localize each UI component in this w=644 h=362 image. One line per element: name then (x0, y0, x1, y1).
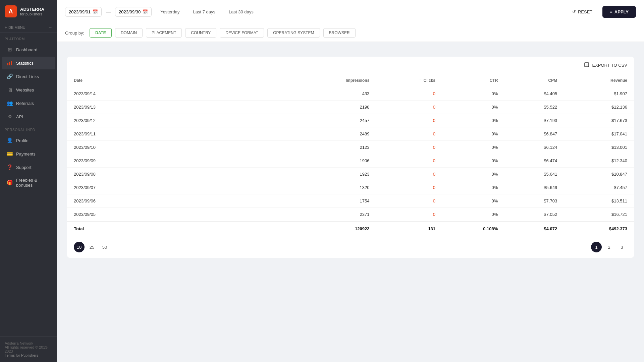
sidebar-item-direct-links[interactable]: 🔗 Direct Links (2, 70, 55, 83)
svg-rect-0 (7, 63, 8, 65)
sidebar-item-profile[interactable]: 👤 Profile (2, 134, 55, 147)
cell-ctr: 0% (442, 101, 504, 114)
sidebar-item-referrals[interactable]: 👥 Referrals (2, 97, 55, 110)
cell-impressions: 1320 (294, 181, 376, 194)
total-cpm: $4.072 (504, 221, 564, 236)
sidebar-item-websites[interactable]: 🖥 Websites (2, 83, 55, 96)
footer-terms-link[interactable]: Terms for Publishers (5, 353, 38, 357)
page-nav-controls: 1 2 3 (591, 242, 627, 252)
total-revenue: $492.373 (564, 221, 634, 236)
sort-asc-icon: ↑ (419, 78, 421, 83)
sidebar-item-support[interactable]: ❓ Support (2, 161, 55, 174)
cell-cpm: $5.522 (504, 101, 564, 114)
support-icon: ❓ (7, 164, 13, 170)
cell-date: 2023/09/06 (67, 194, 294, 208)
groupby-date-btn[interactable]: DATE (90, 28, 112, 38)
col-ctr[interactable]: CTR (442, 74, 504, 87)
sidebar-footer: Adsterra Network All rights reserved © 2… (0, 336, 57, 362)
cell-date: 2023/09/14 (67, 87, 294, 101)
cell-revenue: $16.721 (564, 208, 634, 222)
sidebar-item-payments[interactable]: 💳 Payments (2, 147, 55, 160)
groupby-placement-btn[interactable]: PLACEMENT (146, 28, 182, 38)
cell-revenue: $1.907 (564, 87, 634, 101)
sidebar-item-label: Profile (16, 138, 29, 143)
date-from-input[interactable]: 2023/09/01 📅 (65, 7, 102, 17)
export-csv-button[interactable]: EXPORT TO CSV (584, 62, 627, 68)
col-impressions[interactable]: Impressions (294, 74, 376, 87)
cell-date: 2023/09/12 (67, 114, 294, 127)
table-row: 2023/09/09 1906 0 0% $6.474 $12.340 (67, 154, 634, 168)
total-clicks: 131 (376, 221, 442, 236)
sidebar-item-label: Payments (16, 152, 36, 157)
col-revenue[interactable]: Revenue (564, 74, 634, 87)
page-2-btn[interactable]: 2 (604, 242, 614, 252)
cell-impressions: 1923 (294, 168, 376, 181)
cell-revenue: $7.457 (564, 181, 634, 194)
groupby-browser-btn[interactable]: BROWSER (323, 28, 356, 38)
page-3-btn[interactable]: 3 (616, 242, 627, 252)
page-1-btn[interactable]: 1 (591, 242, 602, 252)
cell-date: 2023/09/13 (67, 101, 294, 114)
yesterday-btn[interactable]: Yesterday (156, 7, 184, 16)
calendar-icon: 📅 (93, 9, 98, 14)
groupby-operating-system-btn[interactable]: OPERATING SYSTEM (267, 28, 320, 38)
cell-impressions: 2371 (294, 208, 376, 222)
reset-button[interactable]: ↺ RESET (566, 7, 598, 17)
filter-bar: 2023/09/01 📅 — 2023/09/30 📅 Yesterday La… (57, 0, 644, 24)
cell-cpm: $7.193 (504, 114, 564, 127)
cell-ctr: 0% (442, 114, 504, 127)
brand-sub: for publishers (20, 12, 44, 16)
hide-menu-btn[interactable]: HIDE MENU ← (0, 23, 57, 33)
table-total-row: Total 120922 131 0.108% $4.072 $492.373 (67, 221, 634, 236)
sidebar-item-freebies[interactable]: 🎁 Freebies & bonuses (2, 174, 55, 191)
groupby-device-format-btn[interactable]: DEVICE FORMAT (220, 28, 264, 38)
cell-cpm: $5.649 (504, 181, 564, 194)
groupby-domain-btn[interactable]: DOMAIN (115, 28, 143, 38)
col-cpm[interactable]: CPM (504, 74, 564, 87)
sidebar-item-label: Referrals (16, 101, 34, 106)
cell-impressions: 2123 (294, 141, 376, 154)
table-row: 2023/09/10 2123 0 0% $6.124 $13.001 (67, 141, 634, 154)
cell-ctr: 0% (442, 181, 504, 194)
cell-impressions: 2457 (294, 114, 376, 127)
cell-ctr: 0% (442, 168, 504, 181)
cell-clicks: 0 (376, 168, 442, 181)
sidebar-item-label: Direct Links (16, 74, 39, 79)
page-size-10-btn[interactable]: 10 (74, 242, 85, 252)
table-row: 2023/09/06 1754 0 0% $7.703 $13.511 (67, 194, 634, 208)
cell-clicks: 0 (376, 181, 442, 194)
cell-revenue: $12.340 (564, 154, 634, 168)
date-to-input[interactable]: 2023/09/30 📅 (115, 7, 152, 17)
cell-impressions: 2489 (294, 127, 376, 141)
last30days-btn[interactable]: Last 30 days (224, 7, 258, 16)
sidebar-item-label: Support (16, 165, 32, 170)
table-body: 2023/09/14 433 0 0% $4.405 $1.907 2023/0… (67, 87, 634, 222)
sidebar-item-api[interactable]: ⚙ API (2, 110, 55, 123)
cell-ctr: 0% (442, 87, 504, 101)
page-size-25-btn[interactable]: 25 (87, 242, 97, 252)
svg-rect-3 (585, 63, 589, 67)
cell-clicks: 0 (376, 141, 442, 154)
sidebar-item-label: Dashboard (16, 47, 38, 52)
svg-rect-2 (11, 61, 12, 65)
hide-menu-label: HIDE MENU (5, 25, 25, 29)
total-impressions: 120922 (294, 221, 376, 236)
sidebar-item-statistics[interactable]: Statistics (2, 57, 55, 69)
svg-rect-1 (9, 62, 10, 65)
groupby-country-btn[interactable]: COUNTRY (185, 28, 216, 38)
filter-icon: ≡ (610, 9, 612, 14)
logo-icon: A (5, 5, 17, 17)
table-row: 2023/09/14 433 0 0% $4.405 $1.907 (67, 87, 634, 101)
cell-clicks: 0 (376, 87, 442, 101)
sidebar-item-label: API (16, 114, 23, 119)
cell-impressions: 433 (294, 87, 376, 101)
personal-info-section-label: PERSONAL INFO (0, 123, 57, 134)
cell-ctr: 0% (442, 141, 504, 154)
sidebar-item-dashboard[interactable]: ⊞ Dashboard (2, 43, 55, 56)
apply-button[interactable]: ≡ APPLY (602, 6, 636, 18)
page-size-50-btn[interactable]: 50 (99, 242, 110, 252)
last7days-btn[interactable]: Last 7 days (189, 7, 220, 16)
brand-logo: A ADSTERRA for publishers (0, 0, 57, 23)
col-clicks[interactable]: ↑ Clicks (376, 74, 442, 87)
col-date[interactable]: Date (67, 74, 294, 87)
